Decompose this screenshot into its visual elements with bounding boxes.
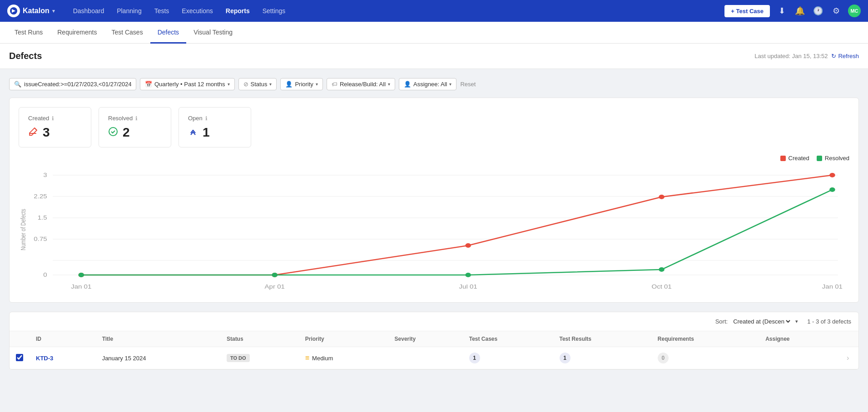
- sort-select[interactable]: Created at (Descen: [731, 318, 792, 325]
- svg-point-27: [465, 273, 471, 277]
- table-head: ID Title Status Priority Severity Test C…: [10, 331, 858, 347]
- col-priority: Priority: [299, 331, 388, 347]
- created-icon: [28, 127, 38, 139]
- nav-tests[interactable]: Tests: [154, 5, 169, 16]
- col-test-cases: Test Cases: [463, 331, 553, 347]
- row-arrow-cell[interactable]: ›: [840, 347, 858, 369]
- chart-area: 3 2.25 1.5 0.75 0 Number of Defects Jan …: [19, 166, 849, 293]
- subnav-visual-testing[interactable]: Visual Testing: [186, 22, 240, 44]
- assignee-chevron-icon: ▾: [449, 82, 451, 87]
- release-filter-button[interactable]: 🏷 Release/Build: All ▾: [327, 78, 395, 90]
- svg-text:Oct 01: Oct 01: [651, 284, 671, 289]
- resolved-header: Resolved ℹ: [108, 115, 162, 122]
- refresh-button[interactable]: ↻ Refresh: [831, 53, 859, 59]
- chevron-sort-icon: ▾: [795, 319, 798, 324]
- svg-point-25: [79, 273, 84, 277]
- subnav-requirements[interactable]: Requirements: [50, 22, 104, 44]
- priority-chevron-icon: ▾: [316, 82, 318, 87]
- nav-right: + Test Case ⬇ 🔔 🕐 ⚙ MC: [724, 5, 861, 17]
- created-stat-card: Created ℹ 3: [19, 107, 91, 147]
- col-arrow: [840, 331, 858, 347]
- search-input[interactable]: [24, 81, 131, 88]
- resolved-info-icon: ℹ: [135, 115, 138, 122]
- date-filter-button[interactable]: 📅 Quarterly • Past 12 months ▾: [140, 78, 235, 90]
- priority-filter-button[interactable]: 👤 Priority ▾: [280, 78, 322, 90]
- status-filter-button[interactable]: ⊘ Status ▾: [238, 78, 277, 90]
- row-status-cell: TO DO: [220, 347, 299, 369]
- filters-bar: 🔍 📅 Quarterly • Past 12 months ▾ ⊘ Statu…: [9, 78, 859, 90]
- row-expand-icon[interactable]: ›: [847, 354, 849, 362]
- settings-icon[interactable]: ⚙: [830, 5, 843, 17]
- defects-table: ID Title Status Priority Severity Test C…: [10, 331, 858, 369]
- priority-medium-icon: ≡: [305, 354, 309, 362]
- notification-icon[interactable]: 🔔: [794, 5, 806, 17]
- svg-point-28: [659, 267, 665, 272]
- open-count: 1: [203, 125, 210, 140]
- legend-resolved-label: Resolved: [825, 155, 849, 162]
- col-checkbox: [10, 331, 30, 347]
- col-status: Status: [220, 331, 299, 347]
- row-checkbox[interactable]: [16, 354, 23, 361]
- assignee-filter-button[interactable]: 👤 Assignee: All ▾: [399, 78, 456, 90]
- subnav-defects[interactable]: Defects: [150, 22, 186, 44]
- main-content: 🔍 📅 Quarterly • Past 12 months ▾ ⊘ Statu…: [0, 69, 868, 412]
- resolved-icon: [108, 127, 118, 139]
- resolved-stat-card: Resolved ℹ 2: [99, 107, 171, 147]
- defect-id-link[interactable]: KTD-3: [36, 355, 53, 362]
- open-label: Open: [188, 115, 203, 122]
- col-test-results: Test Results: [553, 331, 651, 347]
- assignee-icon: 👤: [404, 81, 411, 88]
- subnav-test-cases[interactable]: Test Cases: [104, 22, 150, 44]
- history-icon[interactable]: 🕐: [812, 5, 824, 17]
- row-priority-cell: ≡ Medium: [299, 347, 388, 369]
- nav-executions[interactable]: Executions: [182, 5, 213, 16]
- page-header-right: Last updated: Jan 15, 13:52 ↻ Refresh: [754, 53, 859, 59]
- svg-text:0.75: 0.75: [34, 236, 47, 242]
- date-filter-label: Quarterly • Past 12 months: [154, 81, 225, 88]
- col-assignee: Assignee: [759, 331, 840, 347]
- release-chevron-icon: ▾: [388, 82, 390, 87]
- svg-point-22: [465, 243, 471, 248]
- table-row[interactable]: KTD-3 January 15 2024 TO DO ≡ Medium: [10, 347, 858, 369]
- test-cases-badge: 1: [469, 353, 480, 363]
- svg-text:Apr 01: Apr 01: [265, 284, 285, 289]
- nav-links: Dashboard Planning Tests Executions Repo…: [73, 5, 725, 16]
- table-body: KTD-3 January 15 2024 TO DO ≡ Medium: [10, 347, 858, 369]
- svg-text:1.5: 1.5: [38, 215, 47, 221]
- dropdown-icon[interactable]: ▾: [52, 8, 55, 14]
- reset-button[interactable]: Reset: [460, 81, 476, 88]
- legend-resolved: Resolved: [817, 155, 849, 162]
- open-value: 1: [188, 125, 242, 140]
- svg-text:Number of Defects: Number of Defects: [20, 209, 27, 250]
- svg-text:Jan 01: Jan 01: [71, 284, 91, 289]
- add-test-case-button[interactable]: + Test Case: [724, 5, 770, 17]
- nav-settings[interactable]: Settings: [263, 5, 286, 16]
- search-wrap: 🔍: [9, 78, 136, 90]
- svg-point-23: [659, 195, 665, 199]
- created-label: Created: [28, 115, 49, 122]
- nav-dashboard[interactable]: Dashboard: [73, 5, 104, 16]
- col-severity: Severity: [388, 331, 463, 347]
- download-icon[interactable]: ⬇: [775, 5, 788, 17]
- nav-planning[interactable]: Planning: [117, 5, 142, 16]
- col-id: ID: [30, 331, 96, 347]
- stat-cards: Created ℹ 3 Resolved: [19, 107, 849, 147]
- open-icon: [188, 127, 198, 139]
- subnav-test-runs[interactable]: Test Runs: [7, 22, 50, 44]
- status-badge: TO DO: [227, 354, 250, 362]
- row-assignee-cell: [759, 347, 840, 369]
- svg-text:Jan 01: Jan 01: [822, 284, 843, 289]
- col-title: Title: [96, 331, 220, 347]
- resolved-count: 2: [123, 125, 130, 140]
- refresh-icon: ↻: [831, 53, 836, 59]
- row-title-cell: January 15 2024: [96, 347, 220, 369]
- avatar[interactable]: MC: [848, 5, 861, 17]
- nav-reports[interactable]: Reports: [226, 5, 250, 16]
- logo[interactable]: Katalon ▾: [7, 5, 55, 17]
- open-header: Open ℹ: [188, 115, 242, 122]
- created-header: Created ℹ: [28, 115, 82, 122]
- refresh-label: Refresh: [838, 53, 859, 59]
- defects-table-section: Sort: Created at (Descen ▾ 1 - 3 of 3 de…: [9, 312, 859, 370]
- row-checkbox-cell[interactable]: [10, 347, 30, 369]
- row-id-cell: KTD-3: [30, 347, 96, 369]
